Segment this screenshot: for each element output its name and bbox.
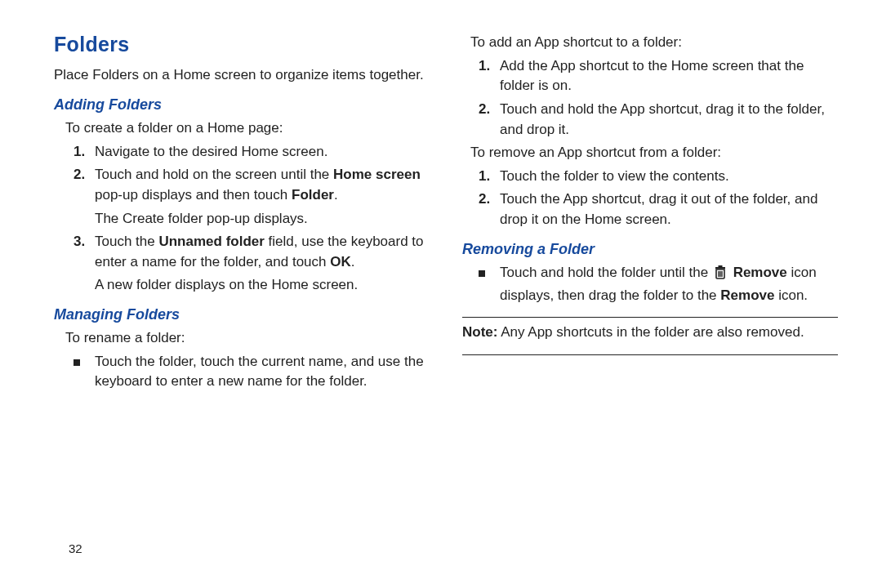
managing-bullet: Touch the folder, touch the current name… xyxy=(74,352,430,392)
adding-step-3: 3. Touch the Unnamed folder field, use t… xyxy=(74,232,430,272)
text-fragment: . xyxy=(334,187,338,203)
adding-step-2-after: The Create folder pop-up displays. xyxy=(95,209,430,229)
adding-lead: To create a folder on a Home page: xyxy=(54,118,430,139)
adding-step-3-after: A new folder displays on the Home screen… xyxy=(95,275,430,296)
bullet-text: Touch the folder, touch the current name… xyxy=(95,352,430,392)
add-shortcut-lead: To add an App shortcut to a folder: xyxy=(462,33,838,53)
step-number: 2. xyxy=(74,165,95,205)
subheading-managing: Managing Folders xyxy=(54,304,430,325)
note-divider-bottom xyxy=(462,354,838,355)
text-fragment: Touch the xyxy=(95,234,158,249)
step-number: 2. xyxy=(479,189,500,229)
text-fragment: icon. xyxy=(774,287,808,303)
step-number: 1. xyxy=(479,167,500,187)
text-fragment: pop-up displays and then touch xyxy=(95,187,292,203)
bold-text: Unnamed folder xyxy=(158,234,264,249)
step-text: Touch the Unnamed folder field, use the … xyxy=(95,232,430,272)
square-bullet-icon xyxy=(74,352,95,392)
bold-text: Remove xyxy=(733,265,787,280)
step-text: Add the App shortcut to the Home screen … xyxy=(500,56,838,96)
remove-shortcut-lead: To remove an App shortcut from a folder: xyxy=(462,143,838,163)
bold-text: OK xyxy=(330,254,351,270)
managing-lead: To rename a folder: xyxy=(54,328,430,349)
bold-text: Remove xyxy=(720,287,774,303)
step-text: Touch and hold the App shortcut, drag it… xyxy=(500,100,838,140)
text-fragment: . xyxy=(351,254,355,270)
step-text: Touch and hold on the screen until the H… xyxy=(95,165,430,205)
step-text: Navigate to the desired Home screen. xyxy=(95,142,430,163)
subheading-adding: Adding Folders xyxy=(54,94,430,115)
note-text: Note: Any App shortcuts in the folder ar… xyxy=(462,323,838,343)
step-text: Touch the folder to view the contents. xyxy=(500,167,838,187)
svg-rect-1 xyxy=(718,265,722,267)
remove-shortcut-step-1: 1. Touch the folder to view the contents… xyxy=(479,167,838,187)
page-number: 32 xyxy=(69,541,82,555)
note-divider-top xyxy=(462,317,838,318)
note-body: Any App shortcuts in the folder are also… xyxy=(497,324,804,340)
svg-rect-0 xyxy=(715,267,725,269)
manual-page: Folders Place Folders on a Home screen t… xyxy=(0,0,882,588)
intro-text: Place Folders on a Home screen to organi… xyxy=(54,65,430,86)
text-fragment: Touch and hold the folder until the xyxy=(500,265,712,280)
add-shortcut-step-1: 1. Add the App shortcut to the Home scre… xyxy=(479,56,838,96)
add-shortcut-step-2: 2. Touch and hold the App shortcut, drag… xyxy=(479,100,838,140)
bold-text: Home screen xyxy=(333,167,421,182)
step-number: 1. xyxy=(74,142,95,163)
section-title: Folders xyxy=(54,29,430,59)
bold-text: Folder xyxy=(292,187,334,203)
step-number: 2. xyxy=(479,100,500,140)
right-column: To add an App shortcut to a folder: 1. A… xyxy=(462,29,838,588)
note-label: Note: xyxy=(462,324,497,340)
step-number: 3. xyxy=(74,232,95,272)
trash-icon xyxy=(714,265,727,286)
bullet-text: Touch and hold the folder until the Remo… xyxy=(500,263,838,305)
adding-step-2: 2. Touch and hold on the screen until th… xyxy=(74,165,430,205)
removing-bullet: Touch and hold the folder until the Remo… xyxy=(479,263,838,305)
subheading-removing: Removing a Folder xyxy=(462,238,838,260)
remove-shortcut-step-2: 2. Touch the App shortcut, drag it out o… xyxy=(479,189,838,229)
step-text: Touch the App shortcut, drag it out of t… xyxy=(500,189,838,229)
left-column: Folders Place Folders on a Home screen t… xyxy=(54,29,430,588)
step-number: 1. xyxy=(479,56,500,96)
adding-step-1: 1. Navigate to the desired Home screen. xyxy=(74,142,430,163)
text-fragment: Touch and hold on the screen until the xyxy=(95,167,333,182)
square-bullet-icon xyxy=(479,263,500,305)
